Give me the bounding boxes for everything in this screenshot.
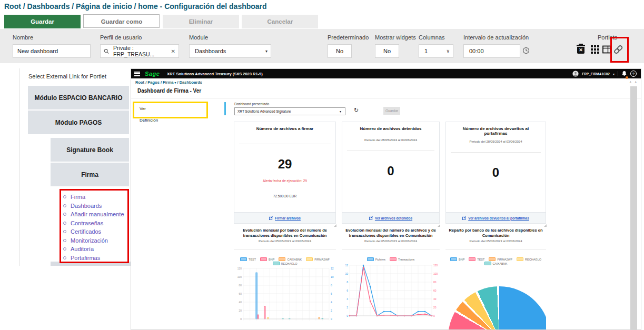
svg-text:60: 60 — [433, 289, 437, 292]
dashboard-preview-window: Sage XRT Solutions Advanced Treasury (SX… — [131, 68, 641, 330]
legend-item[interactable]: BNP — [260, 257, 274, 261]
preview-breadcrumb[interactable]: Root / Pagos / Firma ▾ / Dashboards — [135, 80, 202, 85]
breadcrumb[interactable]: Root / Dashboards / Página de inicio / h… — [4, 2, 267, 11]
sidebar-link-firma[interactable]: Firma — [63, 193, 124, 202]
preview-save-button[interactable]: Guardar — [383, 107, 400, 115]
external-link-portlet-icon[interactable] — [613, 45, 623, 54]
pie — [448, 286, 546, 330]
grid-icon[interactable] — [591, 45, 599, 54]
bullet-icon — [63, 239, 66, 242]
portlets-label: Portlets — [598, 34, 617, 41]
name-label: Nombre — [13, 34, 33, 41]
divider — [131, 98, 641, 98]
svg-text:20: 20 — [239, 309, 242, 312]
resize-handle[interactable] — [334, 224, 336, 227]
legend-item[interactable]: BNP — [450, 257, 464, 261]
breadcrumb-caret-icon[interactable]: ▾ — [175, 81, 176, 84]
svg-text:6: 6 — [331, 292, 332, 295]
ver-archivos-devueltos-link[interactable]: Ver archivos devueltos al portafirmas — [468, 216, 529, 220]
interval-input[interactable]: 00:00 — [463, 44, 520, 58]
tab-ver[interactable]: Ver — [140, 106, 146, 111]
legend-item[interactable]: FIRMA2WF — [489, 257, 512, 261]
legend-item[interactable]: RECHAGLO — [517, 257, 541, 261]
portlet-sidebar: Select External Link for Portlet Módulo … — [19, 68, 132, 266]
notifications-bell-icon[interactable] — [621, 69, 627, 78]
firmar-archivos-link[interactable]: Firmar archivos — [275, 216, 301, 220]
legend-item[interactable]: CAIXABNK — [279, 257, 302, 261]
svg-text:40: 40 — [433, 297, 437, 301]
dashboard-select-label: Dashboard presentado — [234, 102, 269, 106]
svg-text:4: 4 — [331, 301, 332, 304]
default-toggle[interactable]: No — [328, 44, 352, 58]
chart-legend[interactable]: TEST BNP CAIXABNK FIRMA2WF RECHAGLO — [234, 256, 336, 265]
delete-button[interactable]: Eliminar — [163, 15, 239, 28]
sidebar-link-auditoria[interactable]: Auditoría — [63, 245, 124, 254]
menu-icon[interactable] — [134, 71, 140, 77]
dashboard-select[interactable]: XRT Solutions Advanced Signature ▾ — [234, 107, 345, 115]
sidebar-link-monitorizacion[interactable]: Monitorización — [63, 236, 124, 245]
chart2-title-block: Evolución mensual del número de archivos… — [342, 228, 440, 249]
legend-item[interactable]: TEST — [469, 257, 484, 261]
help-icon[interactable]: ? — [630, 71, 637, 77]
chart-legend[interactable]: BNP TEST FIRMA2WF RECHAGLO CAIXABNK — [445, 256, 546, 265]
kpi-card-archivos-a-firmar: Número de archivos a firmar 29 Alerta fe… — [234, 122, 336, 224]
search-icon[interactable] — [104, 48, 109, 54]
svg-text:12: 12 — [345, 264, 348, 267]
columns-select[interactable]: 1 ∨ — [419, 44, 453, 58]
sidebar-module-pagos[interactable]: Módulo PAGOS — [28, 111, 129, 134]
bullet-icon — [63, 256, 66, 259]
avatar-icon[interactable] — [572, 71, 579, 77]
scroll-up-icons[interactable]: ∧ ∧ — [629, 80, 638, 84]
profile-input[interactable]: Private : FRP_TREASU... ✕ — [100, 44, 179, 58]
interval-label: Intervalo de actualización — [463, 34, 529, 41]
legend-item[interactable]: FIRMA2WF — [306, 257, 330, 261]
resize-handle[interactable] — [438, 224, 440, 227]
svg-text:0: 0 — [240, 317, 242, 321]
legend-item[interactable]: RECHAGLO — [273, 262, 298, 265]
sidebar-collapsed-item[interactable] — [51, 262, 131, 266]
svg-text:20: 20 — [433, 306, 437, 309]
sidebar-link-anadir-manualmente[interactable]: Añadir manualmente — [63, 210, 124, 219]
module-select[interactable]: Dashboards ▾ — [189, 44, 271, 58]
name-input[interactable]: New dashboard — [13, 44, 91, 58]
user-name[interactable]: FRP_FIRMA1C02 — [582, 72, 610, 76]
resize-handle[interactable] — [544, 224, 547, 227]
legend-item[interactable]: Fichiers — [367, 257, 385, 261]
splitter-accent[interactable] — [224, 102, 226, 115]
legend-item[interactable]: TEST — [240, 257, 256, 261]
sidebar-submodule-firma[interactable]: Firma — [51, 163, 129, 186]
sidebar-link-contrasenas[interactable]: Contraseñas — [63, 219, 124, 228]
sidebar-submodule-signature-book[interactable]: Signature Book — [51, 138, 129, 162]
bullet-icon — [63, 247, 66, 251]
svg-text:8: 8 — [346, 281, 348, 284]
line-chart-archivos-transacciones: Fichiers Transactions 024681012020406080… — [342, 256, 440, 330]
legend-item[interactable]: CAIXABNK — [484, 262, 508, 265]
vertical-scrollbar[interactable] — [630, 86, 637, 330]
save-as-button[interactable]: Guardar como — [83, 14, 160, 28]
svg-text:6: 6 — [346, 289, 348, 292]
ver-archivos-detenidos-link[interactable]: Ver archivos detenidos — [375, 216, 412, 220]
portlet-layout-icon[interactable] — [602, 45, 611, 54]
clear-profile-icon[interactable]: ✕ — [171, 48, 175, 54]
clock-icon[interactable] — [522, 47, 530, 54]
line-chart-plot: 024681012020406080100120 — [342, 261, 440, 328]
tab-definicion[interactable]: Definición — [140, 118, 158, 123]
user-caret-icon[interactable]: ▾ — [613, 72, 615, 76]
svg-text:120: 120 — [237, 267, 242, 270]
bullet-icon — [63, 195, 66, 198]
sidebar-module-espacio-bancario[interactable]: Módulo ESPACIO BANCARIO — [28, 86, 129, 109]
legend-item[interactable]: Transactions — [390, 257, 414, 261]
bar-chart-transacciones-por-banco: TEST BNP CAIXABNK FIRMA2WF RECHAGLO 0204… — [234, 256, 336, 330]
delete-portlet-icon[interactable]: ✕ — [576, 44, 586, 54]
preview-app-title: XRT Solutions Advanced Treasury (SXS 202… — [167, 72, 262, 76]
save-button[interactable]: Guardar — [4, 15, 81, 28]
chart-legend[interactable]: Fichiers Transactions — [342, 256, 440, 261]
sidebar-link-certificados[interactable]: Certificados — [63, 227, 124, 236]
sidebar-link-portafirmas[interactable]: Portafirmas — [63, 254, 124, 263]
cancel-button[interactable]: Cancelar — [242, 15, 318, 28]
sidebar-link-dashboards[interactable]: Dashboards — [63, 202, 124, 211]
chart1-title-block: Evolución mensual por banco del número d… — [234, 228, 336, 249]
notification-badge — [626, 76, 628, 79]
refresh-icon[interactable]: ↻ — [354, 107, 359, 114]
show-widgets-toggle[interactable]: No — [375, 44, 399, 58]
